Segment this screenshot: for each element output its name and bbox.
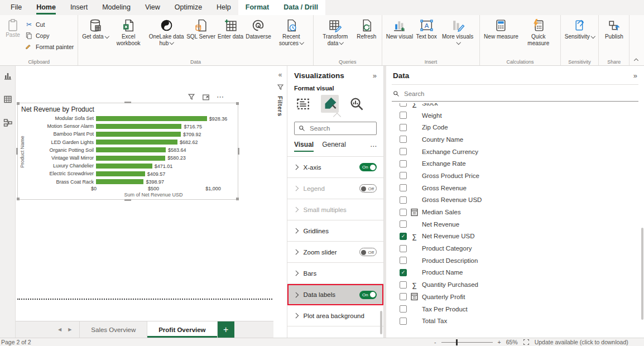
- build-visual-icon[interactable]: [294, 95, 312, 113]
- prev-page-icon[interactable]: ◀: [58, 327, 61, 332]
- chart-bar[interactable]: [96, 179, 143, 184]
- tab-visual[interactable]: Visual: [294, 141, 314, 152]
- fit-to-page-icon[interactable]: [523, 339, 530, 345]
- handle-top-left[interactable]: [17, 102, 20, 105]
- ribbon-tab[interactable]: Modeling: [95, 0, 138, 15]
- data-pane-scrollbar[interactable]: [641, 228, 643, 320]
- ribbon-tab[interactable]: View: [138, 0, 167, 15]
- ribbon-tab[interactable]: Insert: [63, 0, 95, 15]
- field-checkbox[interactable]: [400, 281, 407, 289]
- handle-top[interactable]: [124, 102, 131, 103]
- field-row[interactable]: ∑ Quantity Purchased: [400, 278, 644, 291]
- field-checkbox[interactable]: [400, 257, 407, 264]
- ribbon-tab[interactable]: Data / Drill: [276, 0, 325, 15]
- ribbon-button[interactable]: OneLake data hub: [147, 17, 185, 47]
- section-toggle[interactable]: On: [359, 163, 377, 171]
- format-painter-button[interactable]: Format painter: [25, 41, 74, 52]
- ribbon-button[interactable]: Enter data: [217, 17, 244, 41]
- page-tab[interactable]: Sales Overview: [79, 321, 147, 338]
- add-page-button[interactable]: +: [218, 321, 234, 338]
- chart-bar-row[interactable]: Vintage Wall Mirror $580.23: [21, 154, 234, 162]
- expand-filters-icon[interactable]: «: [278, 71, 282, 79]
- visualizations-scrollbar[interactable]: [380, 311, 382, 334]
- format-section-row[interactable]: Legend Off: [287, 178, 383, 199]
- field-row[interactable]: Exchange Rate: [400, 157, 644, 170]
- format-section-row[interactable]: X-axis On: [287, 157, 383, 178]
- field-checkbox[interactable]: [400, 305, 407, 313]
- more-options-icon[interactable]: ⋯: [217, 94, 224, 100]
- analytics-icon[interactable]: [348, 95, 366, 113]
- report-view-icon[interactable]: [3, 71, 12, 80]
- field-row[interactable]: Quarterly Profit: [400, 291, 644, 303]
- ribbon-tab[interactable]: Format: [238, 0, 276, 15]
- zoom-out-button[interactable]: -: [434, 339, 436, 345]
- next-page-icon[interactable]: ▶: [68, 327, 71, 332]
- field-row[interactable]: Product Category: [400, 242, 644, 254]
- chart-bar[interactable]: [96, 171, 145, 176]
- chart-bar[interactable]: [96, 147, 166, 152]
- zoom-slider-thumb[interactable]: [456, 339, 458, 345]
- field-row[interactable]: ∑ Stock: [400, 103, 644, 109]
- section-toggle[interactable]: On: [359, 291, 377, 299]
- chart-bar[interactable]: [96, 164, 152, 169]
- chart-bar[interactable]: [96, 116, 207, 121]
- field-checkbox[interactable]: [400, 103, 407, 107]
- paste-button[interactable]: Paste: [3, 17, 23, 57]
- chart-bar-row[interactable]: Motion Sensor Alarm $716.75: [21, 122, 234, 130]
- zoom-in-button[interactable]: +: [498, 339, 501, 345]
- filter-funnel-icon[interactable]: [188, 93, 195, 101]
- field-row[interactable]: Tax Per Product: [400, 303, 644, 315]
- chart-bar-row[interactable]: Electric Screwdriver $409.57: [21, 170, 234, 177]
- field-checkbox[interactable]: [400, 112, 407, 119]
- field-row[interactable]: Gross Product Price: [400, 170, 644, 182]
- ribbon-button[interactable]: Publish: [602, 17, 626, 41]
- chart-bar-row[interactable]: Organic Potting Soil $583.64: [21, 146, 234, 154]
- ribbon-button[interactable]: SQL Server: [185, 17, 217, 41]
- collapse-pane-icon[interactable]: »: [373, 71, 377, 80]
- ribbon-tab[interactable]: Help: [209, 0, 238, 15]
- field-checkbox[interactable]: [400, 233, 407, 240]
- format-section-row[interactable]: Data labels On: [287, 284, 383, 305]
- focus-mode-icon[interactable]: [202, 93, 210, 101]
- chart-bar-row[interactable]: Luxury Chandelier $471.01: [21, 162, 234, 170]
- update-available-link[interactable]: Update available (click to download): [535, 339, 628, 345]
- field-row[interactable]: Country Name: [400, 133, 644, 146]
- ribbon-button[interactable]: Get data: [81, 17, 109, 41]
- chart-bar[interactable]: [96, 132, 181, 137]
- ribbon-tab[interactable]: File: [3, 0, 29, 15]
- field-row[interactable]: Zip Code: [400, 121, 644, 133]
- field-checkbox[interactable]: [400, 160, 407, 167]
- field-checkbox[interactable]: [400, 293, 407, 300]
- handle-bottom-right[interactable]: [236, 198, 239, 200]
- field-row[interactable]: Weight: [400, 109, 644, 122]
- format-section-row[interactable]: Plot area background: [287, 305, 383, 326]
- field-checkbox[interactable]: [400, 245, 407, 252]
- ribbon-button[interactable]: Transform data: [316, 17, 354, 47]
- format-tabs-more-icon[interactable]: ⋯: [370, 142, 377, 150]
- ribbon-tab[interactable]: Home: [29, 0, 63, 15]
- ribbon-button[interactable]: Sensitivity: [564, 17, 596, 41]
- cut-button[interactable]: ✂Cut: [25, 19, 74, 30]
- table-view-icon[interactable]: [3, 95, 12, 104]
- field-row[interactable]: Net Revenue: [400, 218, 644, 230]
- format-section-row[interactable]: Small multiples: [287, 199, 383, 220]
- ribbon-button[interactable]: New measure: [483, 17, 520, 41]
- format-section-row[interactable]: Bars: [287, 263, 383, 284]
- format-section-row[interactable]: Zoom slider Off: [287, 242, 383, 263]
- page-tab[interactable]: Profit Overview: [147, 321, 217, 338]
- field-row[interactable]: Gross Revenue USD: [400, 194, 644, 206]
- zoom-slider[interactable]: [441, 342, 493, 343]
- ribbon-tab[interactable]: Optimize: [167, 0, 209, 15]
- data-search-input[interactable]: [403, 90, 637, 98]
- section-toggle[interactable]: Off: [359, 248, 377, 256]
- field-checkbox[interactable]: [400, 318, 407, 325]
- model-view-icon[interactable]: [3, 118, 12, 127]
- field-checkbox[interactable]: [400, 196, 407, 204]
- field-checkbox[interactable]: [400, 148, 407, 155]
- handle-bottom-left[interactable]: [17, 198, 20, 200]
- chart-bar-row[interactable]: LED Garden Lights $682.62: [21, 138, 234, 146]
- filters-pane-label[interactable]: Filters: [277, 96, 283, 117]
- chart-bar[interactable]: [96, 140, 177, 145]
- chart-bar[interactable]: [96, 124, 181, 129]
- field-checkbox[interactable]: [400, 209, 407, 216]
